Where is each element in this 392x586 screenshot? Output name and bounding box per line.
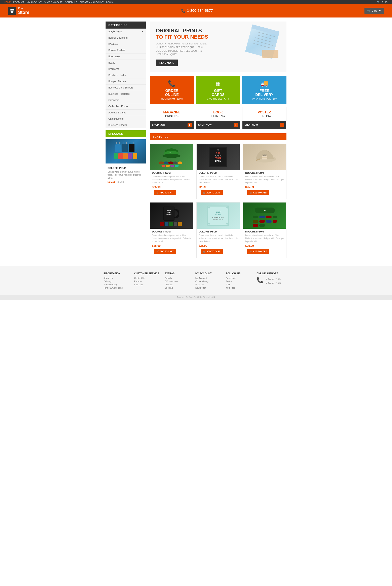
product-hats-title: DOLORE IPSUM	[152, 172, 191, 174]
category-address-stamps[interactable]: Address Stamps	[106, 110, 146, 116]
poster-shop-now[interactable]: SHOP NOW ›	[242, 121, 286, 129]
specials-image	[106, 139, 146, 164]
category-boxes[interactable]: Boxes	[106, 60, 146, 66]
nav-schedule[interactable]: SCHEDULE	[65, 1, 77, 4]
footer-returns[interactable]: Returns	[134, 280, 160, 283]
category-business-checks[interactable]: Business Checks	[106, 122, 146, 128]
footer-customer-service-heading: CUSTOMER SERVICE	[134, 272, 160, 275]
category-brochure-holders[interactable]: Brochure Holders	[106, 72, 146, 79]
category-bookmarks[interactable]: Bookmarks	[106, 54, 146, 60]
product-cap-add-cart[interactable]: 🛒 ADD TO CART	[247, 190, 269, 195]
product-cap-price: $25.99	[245, 185, 284, 189]
product-invite-title: DOLORE IPSUM	[198, 230, 238, 233]
promo-gift-cards[interactable]: ▦ GIFTCARDS GIVE THE BEST GIFT	[196, 76, 240, 104]
nav-cart[interactable]: SHOPPING CART	[44, 1, 62, 4]
product-visor-image: ★	[243, 203, 286, 229]
language-selector[interactable]: En	[385, 1, 388, 4]
footer-privacy-policy[interactable]: Privacy Policy	[104, 283, 130, 286]
read-more-button[interactable]: READ MORE	[156, 60, 178, 66]
footer-twitter[interactable]: Twitter	[226, 280, 252, 283]
svg-rect-26	[262, 50, 278, 58]
support-numbers: 1-800-234-5677 1-800-234-5679	[266, 277, 281, 285]
promo-order-online[interactable]: 📞 ORDERONLINE HOURS: 8AM - 11PM	[150, 76, 194, 104]
footer-contact-us[interactable]: Contact Us	[134, 277, 160, 279]
footer-about-us[interactable]: About Us	[104, 277, 130, 279]
category-carbonless-forms[interactable]: Carbonless Forms	[106, 103, 146, 110]
product-tags-info: DOLORE IPSUM Donec vitae diam ut purus l…	[196, 170, 240, 197]
product-visor-add-cart[interactable]: 🛒 ADD TO CART	[247, 249, 269, 254]
poster-arrow: ›	[280, 123, 284, 127]
svg-rect-61	[208, 207, 228, 225]
category-business-postcards[interactable]: Business Postcards	[106, 91, 146, 97]
footer-brands[interactable]: Brands	[165, 277, 192, 279]
footer-wish-list[interactable]: Wish List	[196, 283, 222, 286]
book-type: BOOK	[200, 111, 237, 114]
products-grid: CS DOLORE IPSUM	[150, 144, 286, 258]
logo-print: Print	[18, 7, 29, 10]
footer-follow-us-heading: FOLLOW US	[226, 272, 252, 275]
nav-login[interactable]: LOGIN	[106, 1, 113, 4]
product-hats-add-cart[interactable]: 🛒 ADD TO CART	[154, 190, 176, 195]
product-hats-desc: Donec vitae diam ut purus luctus filisis…	[152, 175, 191, 184]
product-tags-title: DOLORE IPSUM	[198, 172, 238, 174]
footer-order-history[interactable]: Order History	[196, 280, 222, 283]
hero-graphic	[242, 24, 282, 60]
footer-facebook[interactable]: Facebook	[226, 277, 252, 279]
nav-home[interactable]: HOME	[4, 1, 11, 4]
category-card-magnets[interactable]: Card Magnets	[106, 116, 146, 122]
currency-icon[interactable]: $	[382, 1, 383, 4]
footer-youtube[interactable]: You Tube	[226, 287, 252, 289]
search-icon[interactable]: 🔍	[377, 1, 380, 4]
nav-product[interactable]: PRODUCT	[13, 1, 24, 4]
category-business-card-stickers[interactable]: Business Card Stickers	[106, 85, 146, 91]
category-acrylic-signs[interactable]: Acrylic Signs ▾	[106, 29, 146, 35]
nav-myaccount[interactable]: MY ACCOUNT	[27, 1, 42, 4]
category-brochures[interactable]: Brochures	[106, 66, 146, 72]
category-booklet-folders[interactable]: Booklet Folders	[106, 47, 146, 54]
product-visor: ★	[243, 202, 286, 258]
category-bumper-stickers[interactable]: Bumper Stickers	[106, 79, 146, 85]
specials-product: DOLORE IPSUM Donec vitae diam ut purus l…	[106, 137, 146, 187]
logo[interactable]: Print Store	[8, 7, 29, 15]
category-booklets[interactable]: Booklets	[106, 41, 146, 47]
product-mugs-price: $25.99	[152, 244, 191, 247]
book-shop-now[interactable]: SHOP NOW ›	[196, 121, 240, 129]
magazine-shop-now[interactable]: SHOP NOW ›	[150, 121, 194, 129]
footer-my-account-link[interactable]: My Account	[196, 277, 222, 279]
footer-site-map[interactable]: Site Map	[134, 283, 160, 286]
product-mugs-add-cart[interactable]: 🛒 ADD TO CART	[154, 249, 176, 254]
svg-rect-80	[253, 224, 258, 227]
footer-support-content: 📞 1-800-234-5677 1-800-234-5679	[256, 277, 288, 285]
promo-free-delivery[interactable]: 🚚 FREEDELIVERY ON ORDERS OVER $99	[242, 76, 286, 104]
footer-gift-vouchers[interactable]: Gift Vouchers	[165, 280, 192, 283]
magazine-printing: MAGAZINE PRINTING SHOP NOW ›	[150, 107, 194, 129]
svg-text:ELIZABETH DAVIS: ELIZABETH DAVIS	[212, 217, 224, 218]
footer-bottom: Powered By: OpenCart Print Store © 2014	[0, 295, 392, 300]
footer-terms[interactable]: Terms & Conditions	[104, 287, 130, 289]
gift-cards-icon: ▦	[199, 80, 237, 87]
svg-rect-8	[122, 144, 128, 152]
footer-newsletter[interactable]: Newsletter	[196, 287, 222, 289]
book-arrow: ›	[234, 123, 238, 127]
product-tags-add-cart[interactable]: 🛒 ADD TO CART	[200, 190, 223, 195]
svg-text:BAGS: BAGS	[215, 160, 221, 162]
footer-rss[interactable]: RSS	[226, 283, 252, 286]
product-tags: NOT YOURS OTHER BAGS DOLORE IPSUM Donec …	[196, 144, 240, 199]
footer-delivery[interactable]: Delivery	[104, 280, 130, 283]
product-hats: CS DOLORE IPSUM	[150, 144, 193, 199]
svg-rect-16	[123, 153, 128, 159]
product-invite-add-cart[interactable]: 🛒 ADD TO CART	[200, 249, 223, 254]
cart-icon-mugs: 🛒	[156, 250, 159, 253]
specials-desc: Donec vitae diam ut purus luctus filisis…	[108, 170, 144, 180]
svg-rect-77	[259, 220, 265, 223]
footer-affiliates[interactable]: Affiliates	[165, 283, 192, 286]
product-mugs-image: World Wide Airlines	[150, 203, 193, 229]
cart-button[interactable]: 🛒 Cart: ▼	[364, 8, 384, 14]
category-calendars[interactable]: Calendars	[106, 97, 146, 103]
svg-point-32	[168, 162, 173, 164]
footer-specials[interactable]: Specials	[165, 287, 192, 289]
footer-grid: INFORMATION About Us Delivery Privacy Po…	[104, 272, 288, 295]
svg-point-30	[159, 162, 164, 164]
nav-create-account[interactable]: CREATE AN ACCOUNT	[80, 1, 104, 4]
category-banner-designing[interactable]: Banner Designing	[106, 35, 146, 41]
